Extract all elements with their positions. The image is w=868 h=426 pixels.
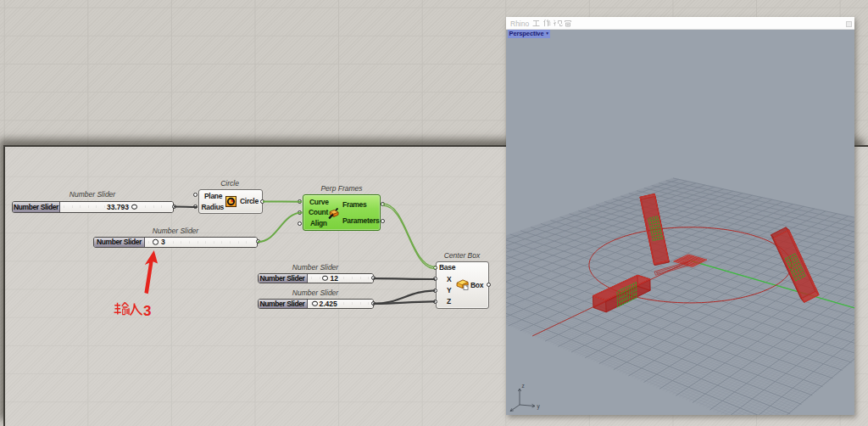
svg-text:Rhino: Rhino	[510, 20, 529, 28]
svg-text:z: z	[522, 383, 525, 389]
